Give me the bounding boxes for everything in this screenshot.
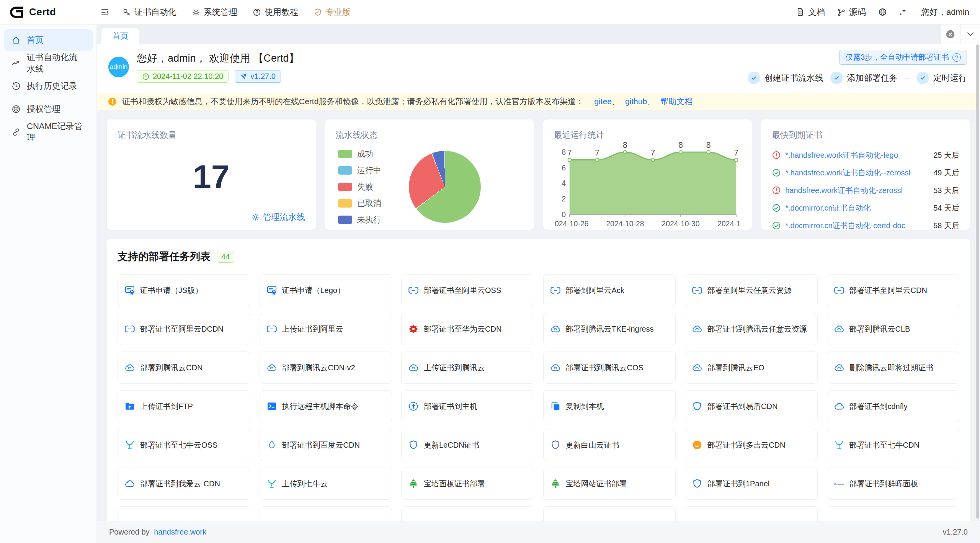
task-card[interactable]: 上传证书到腾讯云: [401, 352, 534, 384]
task-card-partial[interactable]: [685, 506, 818, 521]
task-card[interactable]: 部署证书到多吉云CDN: [685, 429, 818, 461]
scrollbar-thumb[interactable]: [976, 44, 979, 518]
task-card-partial[interactable]: [118, 506, 250, 521]
recent-runs-area-chart[interactable]: 024682024-10-262024-10-282024-10-302024-…: [554, 142, 742, 229]
cert-pipeline-link[interactable]: *.docmirror.cn证书自动化-certd-doc: [785, 221, 929, 231]
alert-link-帮助文档[interactable]: 帮助文档: [660, 97, 693, 106]
task-card[interactable]: 证书申请（JS版）: [118, 274, 250, 306]
cert-pipeline-link[interactable]: *.handsfree.work证书自动化-lego: [785, 150, 929, 160]
cert-pipeline-link[interactable]: *.handsfree.work证书自动化--zerossl: [785, 168, 929, 178]
task-card[interactable]: 部署证书至七牛云OSS: [118, 429, 250, 461]
task-card[interactable]: 证书申请（Lego）: [260, 274, 392, 306]
task-label: 部署证书至七牛云OSS: [140, 440, 217, 450]
step-创建证书流水线[interactable]: 创建证书流水线: [748, 72, 823, 84]
nav-menu-system-manage[interactable]: 系统管理: [184, 0, 245, 25]
task-card[interactable]: 上传证书到阿里云: [260, 313, 392, 345]
task-card[interactable]: 部署证书至阿里云CDN: [827, 274, 960, 306]
task-card[interactable]: 部署证书至阿里云OSS: [401, 274, 534, 306]
task-card[interactable]: 部署证书到主机: [401, 390, 534, 422]
task-card[interactable]: Synology部署证书到群晖面板: [827, 468, 960, 500]
sidebar-item-执行历史记录[interactable]: 执行历史记录: [4, 75, 93, 97]
brand-name: Certd: [29, 6, 56, 18]
user-greeting[interactable]: 您好，admin: [913, 7, 969, 18]
task-card[interactable]: 宝塔面板证书部署: [401, 468, 534, 500]
sidebar-item-授权管理[interactable]: 授权管理: [4, 98, 93, 120]
sparkle-icon: [898, 8, 908, 17]
security-alert: 证书和授权为敏感信息，不要使用来历不明的在线Certd服务和镜像，以免泄露；请务…: [97, 93, 980, 110]
task-card-partial[interactable]: [543, 506, 676, 521]
task-card[interactable]: 部署证书到我爱云 CDN: [118, 468, 250, 500]
nav-docs-button[interactable]: 文档: [790, 0, 831, 25]
legend-item-未执行[interactable]: 未执行: [338, 214, 381, 225]
three-steps-badge[interactable]: 仅需3步，全自动申请部署证书 ?: [839, 50, 967, 65]
deploy-tasks-section: 支持的部署任务列表 44 证书申请（JS版）证书申请（Lego）部署证书至阿里云…: [107, 239, 970, 521]
task-card[interactable]: 部署证书到百度云CDN: [260, 429, 392, 461]
alert-links: gitee、github、帮助文档: [589, 96, 693, 107]
step-添加部署任务[interactable]: 添加部署任务: [830, 72, 898, 84]
task-card[interactable]: 删除腾讯云即将过期证书: [827, 352, 960, 384]
tab-home[interactable]: 首页: [101, 28, 139, 44]
task-card-partial[interactable]: [401, 506, 534, 521]
task-card[interactable]: 部署证书至七牛CDN: [827, 429, 960, 461]
nav-source-button[interactable]: 源码: [831, 0, 872, 25]
legend-item-成功[interactable]: 成功: [338, 149, 381, 159]
nav-menu-tutorial[interactable]: 使用教程: [245, 0, 306, 25]
task-label: 部署证书到腾讯云COS: [566, 363, 644, 373]
svg-text:2024-10-28: 2024-10-28: [606, 219, 644, 228]
task-card-partial[interactable]: [827, 506, 960, 521]
task-card[interactable]: 部署到腾讯云CLB: [827, 313, 960, 345]
task-card[interactable]: 部署证书到腾讯云任意云资源: [685, 313, 818, 345]
alert-link-github[interactable]: github: [625, 97, 647, 106]
task-card[interactable]: 部署到腾讯云EO: [685, 352, 818, 384]
status-pie-chart[interactable]: [409, 151, 481, 223]
card-title: 最快到期证书: [772, 129, 959, 141]
language-globe-button[interactable]: [872, 0, 893, 25]
sidebar-item-首页[interactable]: 首页: [4, 29, 93, 51]
task-card[interactable]: 部署证书到cdnfly: [827, 390, 960, 422]
theme-sparkle-button[interactable]: [893, 0, 913, 25]
task-card[interactable]: 复制到本机: [543, 390, 676, 422]
logo[interactable]: Certd: [10, 5, 95, 20]
task-card[interactable]: 部署证书至阿里云DCDN: [118, 313, 250, 345]
handsfree-link[interactable]: handsfree.work: [154, 528, 206, 536]
task-label: 复制到本机: [566, 401, 604, 412]
expiring-certs-card: 最快到期证书 *.handsfree.work证书自动化-lego25 天后*.…: [761, 119, 970, 230]
task-card[interactable]: 更新白山云证书: [543, 429, 676, 461]
task-card[interactable]: 部署证书至华为云CDN: [401, 313, 534, 345]
task-card[interactable]: 部署到阿里云Ack: [543, 274, 676, 306]
history-icon: [11, 82, 21, 91]
cert-pipeline-link[interactable]: handsfree.work证书自动化-zerossl: [785, 185, 929, 196]
tab-menu-button[interactable]: [960, 25, 980, 44]
task-card[interactable]: 执行远程主机脚本命令: [260, 390, 392, 422]
alert-link-gitee[interactable]: gitee: [594, 97, 612, 106]
menu-fold-icon[interactable]: [95, 8, 115, 17]
sidebar-item-CNAME记录管理[interactable]: CNAME记录管理: [4, 121, 93, 143]
cert-pipeline-link[interactable]: *.docmirror.cn证书自动化: [785, 203, 929, 213]
upcircle-icon: [408, 401, 419, 412]
task-card[interactable]: 部署到腾讯云CDN-v2: [260, 352, 392, 384]
nav-menu-cert-automation[interactable]: 证书自动化: [115, 0, 184, 25]
task-card[interactable]: 更新LeCDN证书: [401, 429, 534, 461]
task-card[interactable]: 部署证书到腾讯云COS: [543, 352, 676, 384]
legend-item-失败[interactable]: 失败: [338, 182, 381, 192]
task-card[interactable]: 部署至阿里云任意云资源: [685, 274, 818, 306]
task-card-partial[interactable]: [260, 506, 392, 521]
close-tab-button[interactable]: [940, 25, 960, 44]
warning-circle-icon: [772, 186, 781, 195]
nav-menu-pro-edition[interactable]: 专业版: [306, 0, 358, 25]
sidebar-item-证书自动化流水线[interactable]: 证书自动化流水线: [4, 52, 93, 74]
task-card[interactable]: 部署证书到易盾CDN: [685, 390, 818, 422]
task-card[interactable]: 部署证书到1Panel: [685, 468, 818, 500]
task-card[interactable]: 部署到腾讯云TKE-ingress: [543, 313, 676, 345]
task-card[interactable]: 上传到七牛云: [260, 468, 392, 500]
synology-icon: Synology: [834, 478, 844, 489]
task-card[interactable]: 上传证书到FTP: [118, 390, 250, 422]
step-定时运行[interactable]: 定时运行: [916, 72, 967, 84]
legend-item-已取消[interactable]: 已取消: [338, 198, 381, 209]
manage-pipelines-link[interactable]: 管理流水线: [251, 211, 305, 223]
task-card[interactable]: 部署到腾讯云CDN: [118, 352, 250, 384]
avatar[interactable]: admin: [108, 57, 129, 77]
task-label: 部署证书到多吉云CDN: [707, 440, 785, 450]
task-card[interactable]: 宝塔网站证书部署: [543, 468, 676, 500]
legend-item-运行中[interactable]: 运行中: [338, 165, 381, 176]
